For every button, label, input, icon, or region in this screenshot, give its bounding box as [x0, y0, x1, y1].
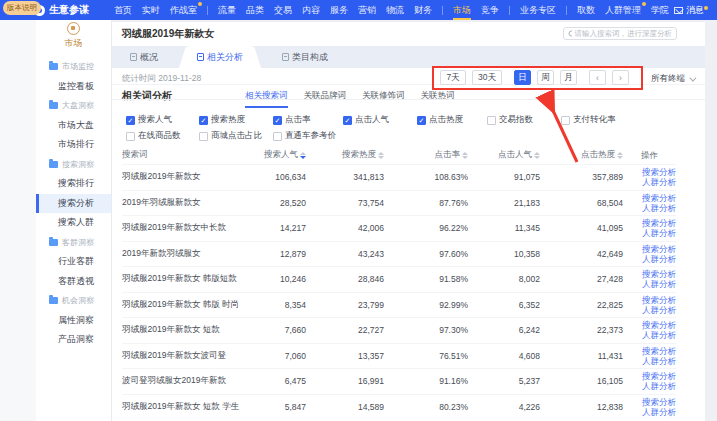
col-header-search-popularity[interactable]: 搜索人气	[262, 149, 306, 161]
content-card: 统计时间 2019-11-28 相关词分析 相关搜索词 关联品牌词 关联修饰词 …	[112, 68, 705, 421]
search-analysis-link[interactable]: 搜索分析	[642, 193, 676, 203]
col-header-ctr[interactable]: 点击率	[384, 149, 468, 161]
granularity-day-button[interactable]: 日	[514, 70, 531, 85]
sidebar-group-market-insight[interactable]: 大盘洞察	[36, 96, 111, 116]
metric-checkbox-ztc-ref-price[interactable]: 直通车参考价	[273, 130, 343, 142]
sidebar-item-search-analysis[interactable]: 搜索分析	[36, 194, 111, 214]
metric-checkbox-online-items[interactable]: 在线商品数	[126, 130, 199, 142]
col-header-click-heat[interactable]: 点击热度	[540, 149, 623, 161]
search-analysis-link[interactable]: 搜索分析	[642, 244, 676, 254]
metric-checkbox-trade-index[interactable]: 交易指数	[487, 114, 561, 126]
nav-item-compete[interactable]: 竞争	[476, 0, 504, 20]
search-analysis-link[interactable]: 搜索分析	[642, 167, 676, 177]
crowd-analysis-link[interactable]: 人群分析	[642, 305, 676, 315]
nav-item-home[interactable]: 首页	[109, 0, 137, 20]
sidebar-item-search-crowd[interactable]: 搜索人群	[36, 213, 111, 233]
granularity-week-button[interactable]: 周	[537, 70, 554, 85]
crowd-analysis-link[interactable]: 人群分析	[642, 381, 676, 391]
search-analysis-link[interactable]: 搜索分析	[642, 346, 676, 356]
range-30d-button[interactable]: 30天	[472, 70, 502, 85]
sidebar-item-market-overview[interactable]: 市场大盘	[36, 116, 111, 136]
ctr-cell: 92.99%	[384, 300, 468, 310]
crowd-analysis-link[interactable]: 人群分析	[642, 407, 676, 417]
search-analysis-link[interactable]: 搜索分析	[642, 218, 676, 228]
search-analysis-link[interactable]: 搜索分析	[642, 320, 676, 330]
sidebar-item-industry-customer[interactable]: 行业客群	[36, 252, 111, 272]
click-popularity-cell: 6,352	[468, 300, 540, 310]
crowd-analysis-link[interactable]: 人群分析	[642, 254, 676, 264]
nav-item-data-fetch[interactable]: 取数	[572, 0, 600, 20]
metric-checkbox-ctr[interactable]: ✓点击率	[273, 114, 343, 126]
nav-item-category[interactable]: 品类	[241, 0, 269, 20]
section-title: 相关词分析	[122, 89, 172, 103]
click-heat-cell: 22,825	[540, 300, 623, 310]
sidebar-item-attribute-insight[interactable]: 属性洞察	[36, 311, 111, 331]
terminal-dropdown[interactable]: 所有终端	[651, 73, 694, 85]
nav-item-marketing[interactable]: 营销	[353, 0, 381, 20]
crowd-analysis-link[interactable]: 人群分析	[642, 279, 676, 289]
nav-item-content[interactable]: 内容	[297, 0, 325, 20]
nav-item-realtime[interactable]: 实时	[137, 0, 165, 20]
tab-category-composition[interactable]: 类目构成	[282, 46, 328, 68]
date-range-controls: 7天 30天 日 周 月 ‹ ›	[440, 70, 629, 85]
search-analysis-link[interactable]: 搜索分析	[642, 371, 676, 381]
sidebar-item-product-insight[interactable]: 产品洞察	[36, 330, 111, 350]
metric-row-2: 在线商品数 商城点击占比 直通车参考价	[126, 130, 343, 142]
brand: 生意参谋	[34, 3, 89, 17]
crowd-analysis-link[interactable]: 人群分析	[642, 330, 676, 340]
col-header-click-popularity[interactable]: 点击人气	[468, 149, 540, 161]
nav-item-finance[interactable]: 财务	[409, 0, 437, 20]
table-row: 羽绒服2019年新款女 106,634 341,813 108.63% 91,0…	[122, 164, 676, 190]
range-7d-button[interactable]: 7天	[440, 70, 466, 85]
next-date-button[interactable]: ›	[612, 70, 629, 85]
metric-checkbox-click-heat[interactable]: ✓点击热度	[417, 114, 487, 126]
nav-item-war-room[interactable]: 作战室	[165, 0, 202, 20]
metric-checkbox-mall-click-share[interactable]: 商城点击占比	[199, 130, 273, 142]
crowd-analysis-link[interactable]: 人群分析	[642, 356, 676, 366]
crowd-analysis-link[interactable]: 人群分析	[642, 228, 676, 238]
metric-checkbox-search-heat[interactable]: ✓搜索热度	[199, 114, 273, 126]
crowd-analysis-link[interactable]: 人群分析	[642, 203, 676, 213]
metric-checkbox-click-popularity[interactable]: ✓点击人气	[343, 114, 417, 126]
sidebar-group-market-monitor[interactable]: 市场监控	[36, 57, 111, 77]
actions-cell: 搜索分析 人群分析	[623, 269, 676, 289]
sidebar-item-market-rank[interactable]: 市场排行	[36, 135, 111, 155]
sidebar-group-customer-insight[interactable]: 客群洞察	[36, 233, 111, 253]
search-analysis-link[interactable]: 搜索分析	[642, 397, 676, 407]
nav-item-trade[interactable]: 交易	[269, 0, 297, 20]
keyword-search-input[interactable]: 请输入搜索词，进行深度分析	[563, 27, 677, 40]
col-header-search-heat[interactable]: 搜索热度	[306, 149, 384, 161]
version-note-tag[interactable]: 版本说明	[3, 1, 41, 15]
nav-item-traffic[interactable]: 流量	[213, 0, 241, 20]
search-heat-cell: 14,589	[306, 402, 384, 412]
ctr-cell: 97.30%	[384, 325, 468, 335]
ctr-cell: 80.23%	[384, 402, 468, 412]
sidebar-group-search-insight[interactable]: 搜索洞察	[36, 155, 111, 175]
sidebar-item-monitor-board[interactable]: 监控看板	[36, 77, 111, 97]
crowd-analysis-link[interactable]: 人群分析	[642, 177, 676, 187]
tab-related-analysis[interactable]: 相关分析	[185, 46, 255, 68]
search-popularity-cell: 14,217	[262, 223, 306, 233]
message-icon	[674, 7, 683, 14]
metric-checkbox-pay-conversion[interactable]: 支付转化率	[561, 114, 616, 126]
search-analysis-link[interactable]: 搜索分析	[642, 269, 676, 279]
click-popularity-cell: 4,608	[468, 351, 540, 361]
nav-item-business-zone[interactable]: 业务专区	[515, 0, 561, 20]
nav-item-service[interactable]: 服务	[325, 0, 353, 20]
granularity-month-button[interactable]: 月	[560, 70, 577, 85]
nav-item-academy[interactable]: 学院	[646, 0, 674, 20]
sidebar-item-search-rank[interactable]: 搜索排行	[36, 174, 111, 194]
sidebar-item-customer-perspective[interactable]: 客群透视	[36, 272, 111, 292]
nav-item-market[interactable]: 市场	[448, 0, 476, 20]
table-row: 羽绒服2019年新款女波司登 7,060 13,357 76.51% 4,608…	[122, 343, 676, 369]
nav-messages[interactable]: 消息	[674, 4, 708, 17]
tab-overview[interactable]: 概况	[130, 46, 158, 68]
metric-checkbox-search-popularity[interactable]: ✓搜索人气	[126, 114, 199, 126]
left-strip	[0, 20, 36, 421]
prev-date-button[interactable]: ‹	[589, 70, 606, 85]
nav-item-logistics[interactable]: 物流	[381, 0, 409, 20]
search-analysis-link[interactable]: 搜索分析	[642, 295, 676, 305]
nav-item-crowd-mgmt[interactable]: 人群管理	[600, 0, 646, 20]
sidebar-group-opportunity-insight[interactable]: 机会洞察	[36, 291, 111, 311]
ctr-cell: 91.58%	[384, 274, 468, 284]
